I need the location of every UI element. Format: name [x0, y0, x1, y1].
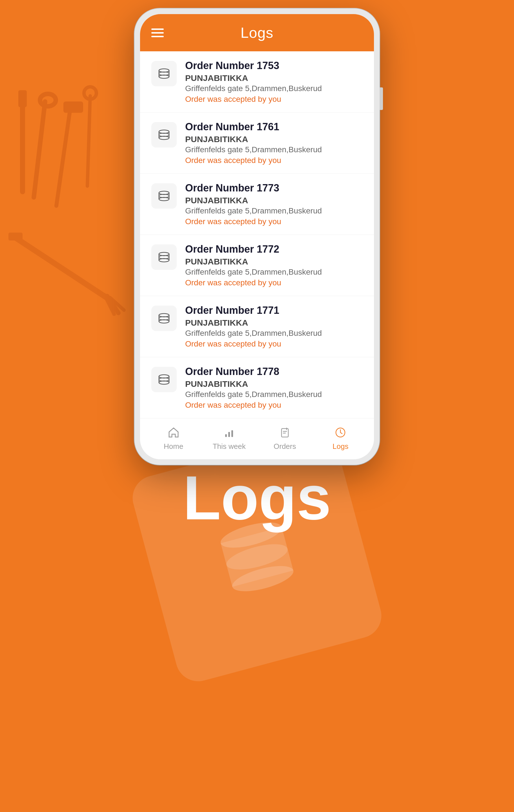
nav-item-home[interactable]: Home: [157, 425, 190, 451]
order-store: PUNJABITIKKA: [185, 196, 363, 205]
logs-icon: [333, 425, 348, 440]
order-icon: [151, 122, 177, 147]
order-store: PUNJABITIKKA: [185, 379, 363, 389]
order-address: Griffenfelds gate 5,Drammen,Buskerud: [185, 145, 363, 154]
order-address: Griffenfelds gate 5,Drammen,Buskerud: [185, 329, 363, 338]
this-week-icon: [222, 425, 236, 440]
svg-point-3: [40, 94, 56, 106]
order-icon: [151, 367, 177, 392]
order-item[interactable]: Order Number 1761 PUNJABITIKKA Griffenfe…: [140, 113, 374, 174]
logs-label: Logs: [333, 442, 348, 451]
order-address: Griffenfelds gate 5,Drammen,Buskerud: [185, 390, 363, 399]
order-item[interactable]: Order Number 1772 PUNJABITIKKA Griffenfe…: [140, 235, 374, 296]
order-status: Order was accepted by you: [185, 401, 363, 410]
order-number: Order Number 1778: [185, 366, 363, 378]
order-number: Order Number 1772: [185, 243, 363, 255]
svg-line-6: [87, 96, 90, 186]
svg-line-8: [14, 237, 113, 302]
phone-frame: Logs Order Number 1753 PUNJABITIKKA: [134, 8, 380, 465]
order-item[interactable]: Order Number 1753 PUNJABITIKKA Griffenfe…: [140, 51, 374, 113]
svg-rect-12: [8, 233, 23, 240]
app-title: Logs: [241, 24, 274, 41]
home-label: Home: [164, 442, 183, 451]
order-icon: [151, 244, 177, 270]
big-logs-label: Logs: [183, 462, 331, 534]
order-address: Griffenfelds gate 5,Drammen,Buskerud: [185, 84, 363, 93]
order-details: Order Number 1772 PUNJABITIKKA Griffenfe…: [185, 243, 363, 287]
order-details: Order Number 1771 PUNJABITIKKA Griffenfe…: [185, 304, 363, 348]
order-details: Order Number 1773 PUNJABITIKKA Griffenfe…: [185, 182, 363, 226]
order-status: Order was accepted by you: [185, 156, 363, 165]
order-item[interactable]: Order Number 1773 PUNJABITIKKA Griffenfe…: [140, 174, 374, 235]
order-number: Order Number 1753: [185, 60, 363, 71]
order-item[interactable]: Order Number 1771 PUNJABITIKKA Griffenfe…: [140, 296, 374, 357]
order-number: Order Number 1773: [185, 182, 363, 194]
nav-item-this-week[interactable]: This week: [212, 425, 246, 451]
orders-label: Orders: [274, 442, 296, 451]
svg-rect-5: [63, 102, 83, 113]
order-status: Order was accepted by you: [185, 95, 363, 104]
order-status: Order was accepted by you: [185, 278, 363, 287]
order-details: Order Number 1778 PUNJABITIKKA Griffenfe…: [185, 366, 363, 410]
bottom-navigation: Home This week Orders Logs: [140, 418, 374, 459]
order-store: PUNJABITIKKA: [185, 135, 363, 144]
this-week-label: This week: [213, 442, 246, 451]
orders-icon: [278, 425, 292, 440]
svg-rect-54: [228, 432, 230, 437]
order-item[interactable]: Order Number 1778 PUNJABITIKKA Griffenfe…: [140, 357, 374, 418]
svg-rect-53: [225, 434, 227, 437]
order-details: Order Number 1761 PUNJABITIKKA Griffenfe…: [185, 121, 363, 165]
hamburger-menu-button[interactable]: [151, 28, 164, 37]
order-number: Order Number 1761: [185, 121, 363, 133]
order-details: Order Number 1753 PUNJABITIKKA Griffenfe…: [185, 60, 363, 104]
svg-rect-55: [231, 430, 233, 437]
svg-rect-1: [18, 90, 27, 107]
svg-line-2: [34, 102, 45, 197]
order-store: PUNJABITIKKA: [185, 257, 363, 266]
home-icon: [166, 425, 181, 440]
phone-side-button: [380, 87, 383, 110]
order-icon: [151, 183, 177, 209]
nav-item-orders[interactable]: Orders: [268, 425, 302, 451]
order-store: PUNJABITIKKA: [185, 318, 363, 328]
order-status: Order was accepted by you: [185, 217, 363, 226]
order-address: Griffenfelds gate 5,Drammen,Buskerud: [185, 267, 363, 277]
order-store: PUNJABITIKKA: [185, 73, 363, 83]
order-list: Order Number 1753 PUNJABITIKKA Griffenfe…: [140, 51, 374, 418]
nav-item-logs[interactable]: Logs: [324, 425, 357, 451]
order-status: Order was accepted by you: [185, 340, 363, 348]
svg-line-4: [56, 107, 70, 206]
order-number: Order Number 1771: [185, 304, 363, 316]
order-address: Griffenfelds gate 5,Drammen,Buskerud: [185, 206, 363, 215]
app-header: Logs: [140, 14, 374, 51]
order-icon: [151, 61, 177, 86]
order-icon: [151, 306, 177, 331]
